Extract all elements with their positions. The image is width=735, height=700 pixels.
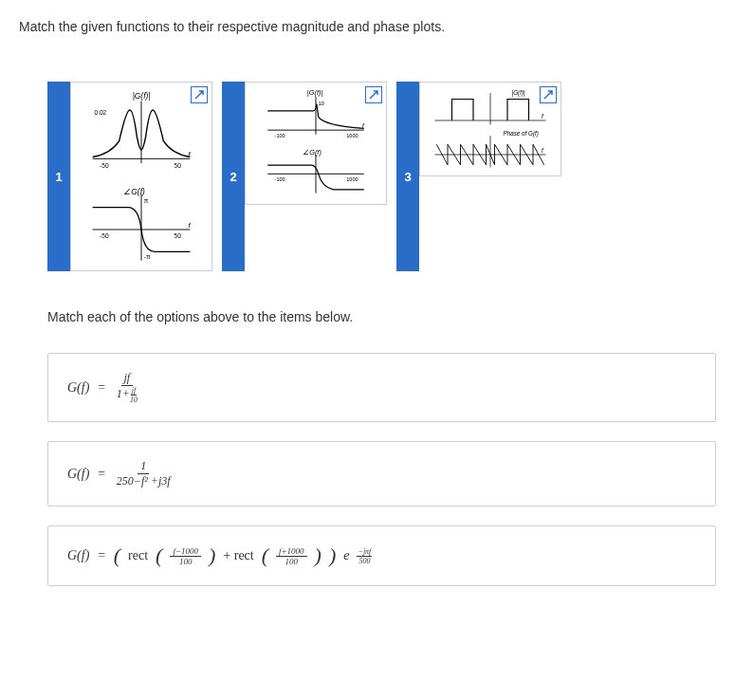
- fraction: f−1000 100: [170, 546, 201, 566]
- option-number-2: 2: [222, 82, 245, 271]
- expand-icon[interactable]: [191, 86, 208, 103]
- svg-text:0.02: 0.02: [95, 109, 107, 116]
- equals: =: [97, 380, 105, 396]
- option-number-1: 1: [47, 82, 70, 271]
- svg-text:∠G(f): ∠G(f): [303, 148, 322, 157]
- svg-text:Phase of G(f): Phase of G(f): [504, 130, 539, 138]
- plus-rect: + rect: [223, 548, 253, 563]
- answer-lhs: G(f): [67, 380, 89, 396]
- question-title: Match the given functions to their respe…: [19, 19, 716, 34]
- option-plot-3[interactable]: |G(f)| f Phase of G(f) f: [419, 82, 561, 176]
- svg-text:-100: -100: [275, 133, 285, 138]
- option-group-2: 2 |G(f)| 10 -100 1000 f ∠G(f) -100 1000: [222, 82, 387, 271]
- svg-text:1000: 1000: [346, 176, 358, 182]
- svg-text:-50: -50: [100, 232, 109, 239]
- svg-text:f: f: [542, 113, 544, 120]
- option-number-3: 3: [396, 82, 419, 271]
- options-row: 1 |G(f)| 0.02 -50 50 f ∠G(f) π -π: [19, 82, 716, 271]
- plot-svg-2: |G(f)| 10 -100 1000 f ∠G(f) -100 1000: [249, 86, 382, 200]
- equals: =: [97, 548, 105, 563]
- plot-svg-3: |G(f)| f Phase of G(f) f: [424, 86, 557, 172]
- svg-text:-100: -100: [275, 176, 285, 182]
- instruction-text: Match each of the options above to the i…: [47, 309, 716, 324]
- rect-fn: rect: [128, 548, 148, 563]
- svg-text:|G(f)|: |G(f)|: [512, 89, 525, 97]
- option-plot-1[interactable]: |G(f)| 0.02 -50 50 f ∠G(f) π -π -50 50 f: [70, 82, 212, 271]
- svg-text:-π: -π: [144, 253, 151, 260]
- svg-text:π: π: [144, 197, 149, 204]
- fraction: 1 250−f² +j3f: [114, 459, 174, 488]
- svg-text:f: f: [542, 147, 544, 154]
- answer-row-1[interactable]: G(f) = jf 1+jf10: [47, 353, 716, 422]
- svg-text:50: 50: [175, 162, 182, 169]
- option-plot-2[interactable]: |G(f)| 10 -100 1000 f ∠G(f) -100 1000: [245, 82, 387, 205]
- exponent: −jπf 500: [357, 547, 372, 565]
- svg-text:10: 10: [319, 101, 324, 106]
- answer-lhs: G(f): [67, 548, 89, 563]
- answer-row-2[interactable]: G(f) = 1 250−f² +j3f: [47, 441, 716, 507]
- svg-text:|G(f)|: |G(f)|: [307, 88, 323, 97]
- fraction: f+1000 100: [276, 546, 307, 566]
- svg-text:1000: 1000: [346, 133, 358, 138]
- plot-svg-1: |G(f)| 0.02 -50 50 f ∠G(f) π -π -50 50 f: [75, 86, 208, 267]
- equals: =: [97, 467, 105, 482]
- option-group-3: 3 |G(f)| f Phase of G(f) f: [396, 82, 561, 271]
- svg-text:f: f: [188, 221, 191, 230]
- option-group-1: 1 |G(f)| 0.02 -50 50 f ∠G(f) π -π: [47, 82, 212, 271]
- expand-icon[interactable]: [365, 86, 382, 103]
- svg-text:50: 50: [175, 232, 182, 239]
- svg-text:|G(f)|: |G(f)|: [133, 91, 151, 101]
- svg-text:-50: -50: [100, 162, 109, 169]
- fraction: jf 1+jf10: [114, 371, 140, 404]
- expand-icon[interactable]: [540, 86, 557, 103]
- answer-row-3[interactable]: G(f) = ( rect ( f−1000 100 ) + rect ( f+…: [47, 525, 716, 586]
- svg-text:∠G(f): ∠G(f): [123, 187, 145, 196]
- answer-lhs: G(f): [67, 467, 89, 482]
- exp-e: e: [343, 548, 349, 563]
